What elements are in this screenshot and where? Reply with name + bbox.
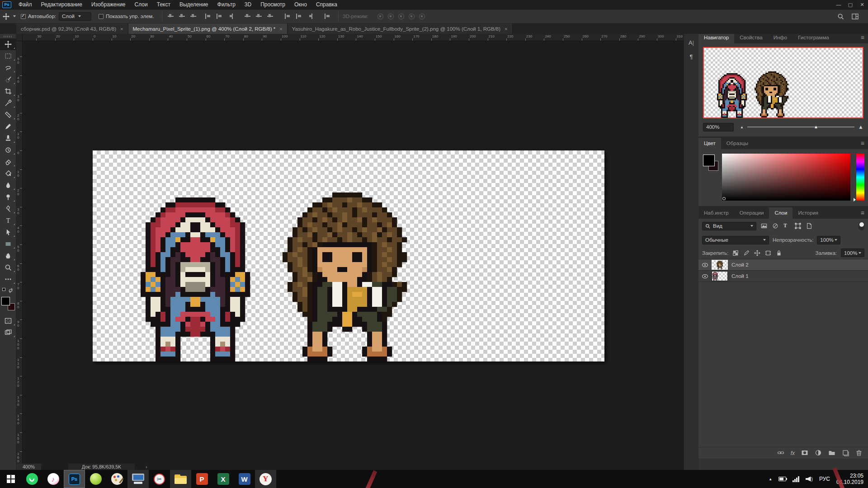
rectangle-shape-tool[interactable] bbox=[0, 238, 16, 250]
canvas-area[interactable]: 3020100102030405060708090100110120130140… bbox=[16, 34, 684, 470]
crop-tool[interactable] bbox=[0, 85, 16, 97]
layer-name[interactable]: Слой 1 bbox=[731, 273, 749, 279]
taskbar-paint-net[interactable] bbox=[85, 470, 106, 488]
layer-filter-dropdown[interactable]: Вид bbox=[702, 222, 756, 230]
layer-row-1[interactable]: Слой 1 bbox=[698, 271, 868, 282]
menu-filter[interactable]: Фильтр bbox=[213, 0, 240, 9]
layer-visibility-icon[interactable] bbox=[702, 263, 708, 267]
show-controls-checkbox[interactable] bbox=[99, 14, 104, 19]
zoom-in-icon[interactable]: ▲ bbox=[858, 124, 863, 130]
document-canvas[interactable] bbox=[93, 150, 604, 361]
tab-history[interactable]: История bbox=[793, 207, 824, 219]
clone-stamp-tool[interactable] bbox=[0, 132, 16, 144]
default-colors-icon[interactable] bbox=[2, 288, 5, 291]
distribute-center-icon[interactable] bbox=[295, 13, 302, 19]
align-bottom-edges-icon[interactable] bbox=[190, 13, 197, 19]
taskbar-yandex-browser[interactable]: Y bbox=[255, 470, 276, 488]
link-layers-icon[interactable] bbox=[777, 449, 784, 457]
status-expander[interactable]: › bbox=[146, 464, 147, 469]
align-top-edges-icon[interactable] bbox=[167, 13, 174, 19]
3d-scale-icon[interactable] bbox=[419, 14, 425, 19]
eraser-tool[interactable] bbox=[0, 156, 16, 168]
tab-mechamaru-png[interactable]: Mechamaru_Pixel_Sprite_(1).png @ 400% (С… bbox=[128, 23, 288, 34]
taskbar-powerpoint[interactable]: P bbox=[191, 470, 212, 488]
rectangular-marquee-tool[interactable] bbox=[0, 50, 16, 62]
menu-help[interactable]: Справка bbox=[311, 0, 342, 9]
tab-yasuhiro-png[interactable]: Yasuhiro_Hagakure_as_Robo_Justice_Fullbo… bbox=[288, 23, 513, 34]
volume-icon[interactable]: ) bbox=[806, 477, 813, 482]
sprite-robo-justice[interactable] bbox=[136, 197, 255, 361]
maximize-button[interactable]: ▢ bbox=[844, 2, 856, 8]
eyedropper-tool[interactable] bbox=[0, 97, 16, 109]
hand-tool[interactable] bbox=[0, 250, 16, 262]
minimize-button[interactable]: — bbox=[833, 2, 844, 8]
quick-mask-button[interactable] bbox=[0, 315, 16, 327]
pen-tool[interactable] bbox=[0, 203, 16, 215]
lock-artboard-icon[interactable] bbox=[765, 250, 772, 256]
opacity-field[interactable]: 100% bbox=[817, 236, 840, 244]
status-zoom-field[interactable]: 400% bbox=[16, 464, 41, 470]
layer-visibility-icon[interactable] bbox=[702, 274, 708, 278]
paint-bucket-tool[interactable] bbox=[0, 168, 16, 179]
panel-menu-icon[interactable]: ≡ bbox=[861, 140, 864, 147]
tab-tool-presets[interactable]: Наб.инстр bbox=[698, 207, 734, 219]
lock-position-icon[interactable] bbox=[754, 250, 761, 256]
blend-mode-dropdown[interactable]: Обычные bbox=[702, 236, 769, 244]
menu-view[interactable]: Просмотр bbox=[256, 0, 290, 9]
distribute-middle-icon[interactable] bbox=[255, 13, 262, 19]
distribute-spacing-icon[interactable] bbox=[322, 9, 332, 23]
align-horizontal-centers-icon[interactable] bbox=[216, 13, 222, 19]
menu-select[interactable]: Выделение bbox=[175, 0, 213, 9]
menu-3d[interactable]: 3D bbox=[240, 0, 256, 9]
hue-slider-handle[interactable] bbox=[854, 198, 856, 202]
quick-selection-tool[interactable] bbox=[0, 74, 16, 85]
tab-actions[interactable]: Операции bbox=[734, 207, 769, 219]
menu-window[interactable]: Окно bbox=[290, 0, 311, 9]
distribute-right-icon[interactable] bbox=[307, 13, 313, 19]
network-icon[interactable] bbox=[793, 476, 799, 482]
3d-slide-icon[interactable] bbox=[409, 14, 415, 19]
autoselect-checkbox[interactable] bbox=[21, 14, 26, 19]
spot-healing-brush-tool[interactable] bbox=[0, 109, 16, 121]
taskbar-word[interactable]: W bbox=[234, 470, 255, 488]
3d-pan-icon[interactable] bbox=[398, 14, 404, 19]
dodge-tool[interactable] bbox=[0, 191, 16, 203]
tab-close-icon[interactable]: × bbox=[505, 26, 507, 32]
taskbar-whatsapp[interactable] bbox=[21, 470, 42, 488]
screen-mode-button[interactable] bbox=[0, 327, 16, 338]
taskbar-photoshop[interactable]: Ps bbox=[64, 470, 85, 488]
fill-field[interactable]: 100% bbox=[841, 249, 864, 257]
lock-image-pixels-icon[interactable] bbox=[743, 250, 750, 256]
lock-all-icon[interactable] bbox=[776, 250, 783, 256]
fg-color-swatch[interactable] bbox=[703, 155, 715, 166]
layer-row-2[interactable]: Слой 2 bbox=[698, 259, 868, 271]
workspace-switcher-button[interactable] bbox=[852, 9, 859, 23]
menu-type[interactable]: Текст bbox=[152, 0, 175, 9]
new-group-icon[interactable] bbox=[828, 449, 835, 457]
language-indicator[interactable]: РУС bbox=[819, 476, 830, 482]
close-button[interactable]: ✕ bbox=[856, 2, 868, 8]
filter-toggle-switch[interactable] bbox=[859, 222, 864, 230]
pencil-tool[interactable] bbox=[0, 121, 16, 132]
tab-swatches[interactable]: Образцы bbox=[721, 138, 754, 149]
zoom-out-icon[interactable]: ▲ bbox=[740, 125, 744, 129]
menu-layers[interactable]: Слои bbox=[130, 0, 152, 9]
sprite-hagakure[interactable] bbox=[283, 192, 412, 361]
adjustment-layer-icon[interactable] bbox=[815, 449, 822, 457]
zoom-tool[interactable] bbox=[0, 262, 16, 273]
distribute-bottom-icon[interactable] bbox=[267, 13, 274, 19]
ruler-left[interactable]: 5040302010010203040506070809010011012013… bbox=[16, 41, 23, 464]
navigator-zoom-slider[interactable]: ▲ bbox=[747, 127, 854, 127]
lasso-tool[interactable] bbox=[0, 62, 16, 74]
align-right-edges-icon[interactable] bbox=[227, 13, 234, 19]
tab-sbornik-psd[interactable]: сборник.psd @ 92,3% (Слой 43, RGB/8) × bbox=[16, 23, 128, 34]
color-field[interactable] bbox=[722, 154, 850, 201]
layer-name[interactable]: Слой 2 bbox=[731, 262, 749, 267]
move-tool[interactable] bbox=[0, 38, 16, 50]
distribute-top-icon[interactable] bbox=[244, 13, 251, 19]
navigator-zoom-field[interactable]: 400% bbox=[703, 123, 734, 131]
taskbar-excel[interactable]: X bbox=[212, 470, 234, 488]
filter-type-layers-icon[interactable]: T bbox=[783, 223, 790, 229]
3d-rotate-icon[interactable] bbox=[377, 14, 383, 19]
lock-transparent-pixels-icon[interactable] bbox=[732, 250, 739, 256]
